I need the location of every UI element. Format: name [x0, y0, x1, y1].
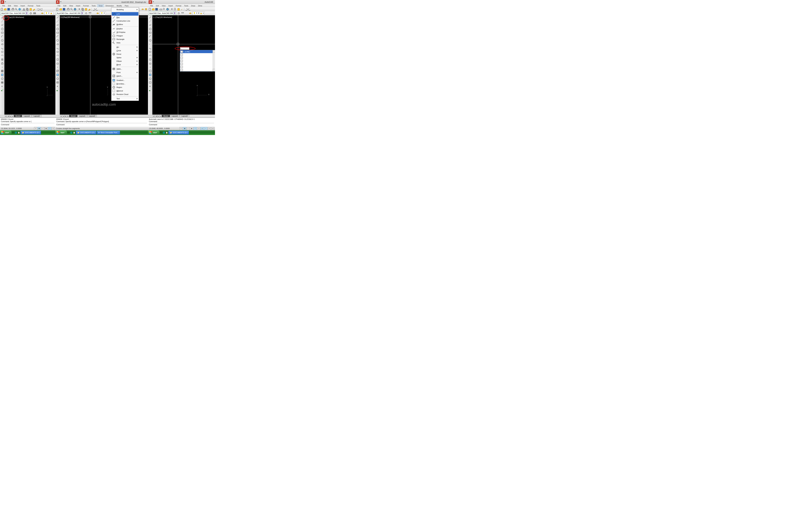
circle-tool-icon[interactable]: [0, 39, 4, 42]
undo-icon[interactable]: [185, 8, 188, 11]
mtext-tool-icon[interactable]: A: [0, 84, 4, 88]
hatch-tool-icon[interactable]: [148, 69, 152, 73]
tpy-icon[interactable]: ▭: [211, 127, 214, 130]
copy-icon[interactable]: [81, 8, 84, 11]
tray-shield-icon[interactable]: 🛡: [12, 131, 14, 134]
table-tool-icon[interactable]: [148, 81, 152, 84]
workspace-settings-icon[interactable]: [177, 12, 180, 15]
menu-insert[interactable]: Insert: [167, 4, 174, 7]
draw-menu-circle[interactable]: Circle: [112, 49, 138, 52]
polyline-tool-icon[interactable]: [56, 23, 59, 27]
tab-layout2[interactable]: Layout2: [87, 115, 97, 117]
cut-icon[interactable]: [22, 8, 25, 11]
tab-layout1[interactable]: Layout1: [77, 115, 87, 117]
add-selected-icon[interactable]: [56, 89, 59, 92]
ellipse-arc-tool-icon[interactable]: [56, 54, 59, 57]
draw-menu-wipeout[interactable]: Wipeout: [112, 89, 138, 93]
mtext-tool-icon[interactable]: A: [56, 84, 59, 88]
tab-next-icon[interactable]: ▶: [9, 115, 12, 117]
draw-menu[interactable]: ModelingLineRayConstruction LineMultilin…: [111, 7, 139, 101]
polar-icon[interactable]: ◉: [190, 127, 193, 130]
layer-icon[interactable]: [141, 8, 144, 11]
ortho-icon[interactable]: ⌐: [41, 127, 44, 130]
tab-prev-icon[interactable]: ◀: [155, 115, 157, 117]
layer-icon2[interactable]: [145, 8, 148, 11]
menu-parametric[interactable]: Para: [124, 4, 130, 7]
tray-ie-icon[interactable]: 🌐: [70, 131, 73, 134]
menu-format[interactable]: Format: [26, 4, 35, 7]
plot-preview-icon[interactable]: [163, 8, 166, 11]
autocomplete-item[interactable]: ▧LA (LAYER): [180, 53, 215, 56]
tray-app-icon[interactable]: 📋: [166, 131, 168, 134]
xline-tool-icon[interactable]: [0, 19, 4, 23]
layer-props-icon[interactable]: [41, 12, 44, 15]
tab-last-icon[interactable]: ⏭: [159, 115, 162, 117]
open-icon[interactable]: [152, 8, 155, 11]
draw-menu-line[interactable]: Line: [112, 12, 138, 16]
gradient-tool-icon[interactable]: [0, 73, 4, 77]
command-line[interactable]: Automatic save to C:\DOCUME~1\THANHD~1\L…: [148, 117, 215, 127]
tab-layout2[interactable]: Layout2: [32, 115, 41, 117]
draw-menu-rectangle[interactable]: Rectangle: [112, 38, 138, 41]
autocomplete-item[interactable]: ▧LASTPOINT: [180, 65, 215, 68]
match-prop-icon[interactable]: [88, 8, 91, 11]
menu-view[interactable]: View: [13, 4, 19, 7]
polygon-tool-icon[interactable]: [148, 27, 152, 31]
viewport-label[interactable]: [−] [Top] [2D Wireframe]: [5, 16, 24, 18]
draw-menu-ellipse[interactable]: Ellipse: [112, 59, 138, 63]
point-tool-icon[interactable]: [148, 65, 152, 69]
menu-dimension[interactable]: Dime: [197, 4, 204, 7]
tab-prev-icon[interactable]: ◀: [62, 115, 65, 117]
osnap-icon[interactable]: □: [48, 127, 51, 130]
tab-next-icon[interactable]: ▶: [65, 115, 67, 117]
menu-tools[interactable]: Tools: [35, 4, 42, 7]
region-tool-icon[interactable]: [56, 77, 59, 80]
tray-shield-icon[interactable]: 🛡: [67, 131, 70, 134]
tab-model[interactable]: Model: [69, 115, 77, 117]
new-icon[interactable]: [148, 8, 151, 11]
tab-last-icon[interactable]: ⏭: [67, 115, 69, 117]
arc-tool-icon[interactable]: [0, 35, 4, 38]
tab-model[interactable]: Model: [162, 115, 170, 117]
arc-tool-icon[interactable]: [56, 35, 59, 38]
menu-tools[interactable]: Tools: [90, 4, 97, 7]
ellipse-arc-tool-icon[interactable]: [148, 54, 152, 57]
region-tool-icon[interactable]: [148, 77, 152, 80]
app-menu-dropdown-icon[interactable]: [5, 1, 6, 3]
dropdown-icon[interactable]: ▾: [81, 12, 83, 15]
arc-tool-icon[interactable]: [148, 35, 152, 38]
tab-layout2[interactable]: Layout2: [180, 115, 189, 117]
add-selected-icon[interactable]: [148, 89, 152, 92]
table-tool-icon[interactable]: [56, 81, 59, 84]
viewport-label[interactable]: [−] [Top] [2D Wireframe]: [153, 16, 172, 18]
ortho-icon[interactable]: ⌐: [187, 127, 190, 130]
print-icon[interactable]: [67, 8, 70, 11]
menu-format[interactable]: Format: [174, 4, 183, 7]
tab-first-icon[interactable]: ⏮: [5, 115, 7, 117]
polygon-tool-icon[interactable]: [0, 27, 4, 31]
model-viewport[interactable]: [−] [Top] [2D Wireframe] ▧L (LINE)▧LA (L…: [152, 15, 215, 115]
point-tool-icon[interactable]: [0, 65, 4, 69]
autocomplete-list[interactable]: ▧L (LINE)▧LA (LAYER)▧LARGEOBJECTSUPPORT▧…: [180, 50, 215, 72]
cut-icon[interactable]: [170, 8, 173, 11]
rectangle-tool-icon[interactable]: [148, 31, 152, 35]
tray-ie-icon[interactable]: 🌐: [163, 131, 165, 134]
gradient-tool-icon[interactable]: [148, 73, 152, 77]
revcloud-tool-icon[interactable]: [0, 42, 4, 46]
make-block-tool-icon[interactable]: [148, 62, 152, 65]
workspace-settings-icon[interactable]: [84, 12, 88, 15]
make-block-tool-icon[interactable]: [0, 62, 4, 65]
draw-menu-revision-cloud[interactable]: Revision Cloud: [112, 93, 138, 96]
start-button[interactable]: start: [148, 130, 159, 135]
app-menu-dropdown-icon[interactable]: [153, 1, 154, 3]
revcloud-tool-icon[interactable]: [56, 42, 59, 46]
draw-menu-arc[interactable]: Arc: [112, 45, 138, 49]
viewport-label[interactable]: [−] [Top] [2D Wireframe]: [61, 16, 79, 18]
autocomplete-item[interactable]: ▧LASTANGLE: [180, 62, 215, 65]
draw-menu-multiline[interactable]: Multiline: [112, 23, 138, 26]
rectangle-tool-icon[interactable]: [56, 31, 59, 35]
match-prop-icon[interactable]: [32, 8, 36, 11]
workspace-settings-icon[interactable]: [29, 12, 32, 15]
coord-readout[interactable]: -31.8044, 59.1023 , 0.0000: [1, 128, 34, 129]
line-tool-icon[interactable]: [0, 16, 4, 19]
